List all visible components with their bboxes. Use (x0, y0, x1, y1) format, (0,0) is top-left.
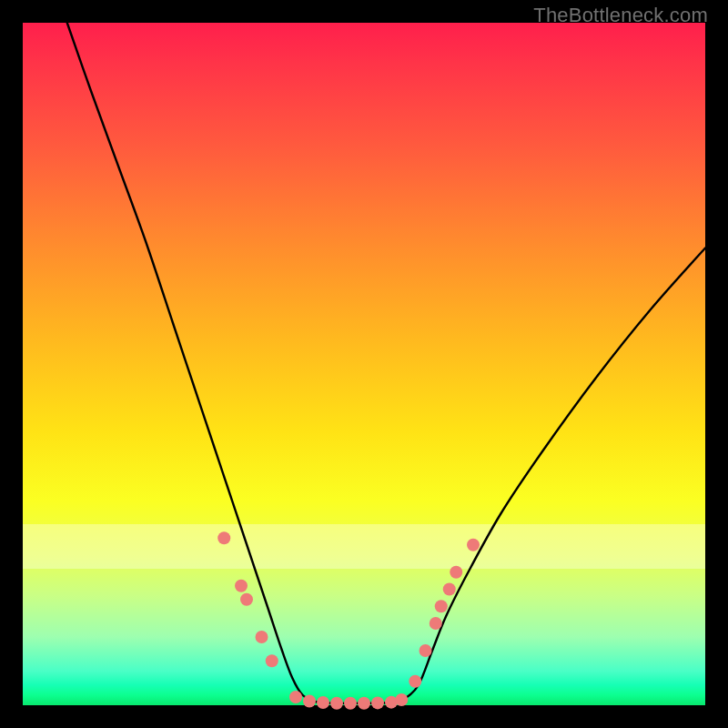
data-point (317, 696, 329, 709)
data-point (358, 697, 370, 710)
plot-area (23, 23, 705, 705)
data-point (266, 654, 278, 667)
data-point (344, 697, 357, 710)
data-point (217, 531, 230, 544)
data-point (395, 693, 408, 706)
data-point (467, 539, 480, 551)
bottleneck-curve (67, 23, 705, 703)
chart-svg (23, 23, 705, 705)
data-point (235, 580, 248, 592)
data-point (289, 691, 302, 703)
data-point (330, 697, 343, 710)
data-point (256, 631, 268, 643)
scatter-points (217, 531, 480, 710)
data-point (409, 675, 421, 688)
data-point (430, 617, 442, 630)
data-point (420, 644, 432, 657)
data-point (435, 600, 448, 612)
data-point (240, 593, 253, 606)
data-point (450, 566, 462, 579)
data-point (371, 696, 384, 709)
data-point (443, 583, 456, 596)
chart-frame: { "watermark": "TheBottleneck.com", "cha… (0, 0, 728, 728)
data-point (303, 695, 316, 708)
